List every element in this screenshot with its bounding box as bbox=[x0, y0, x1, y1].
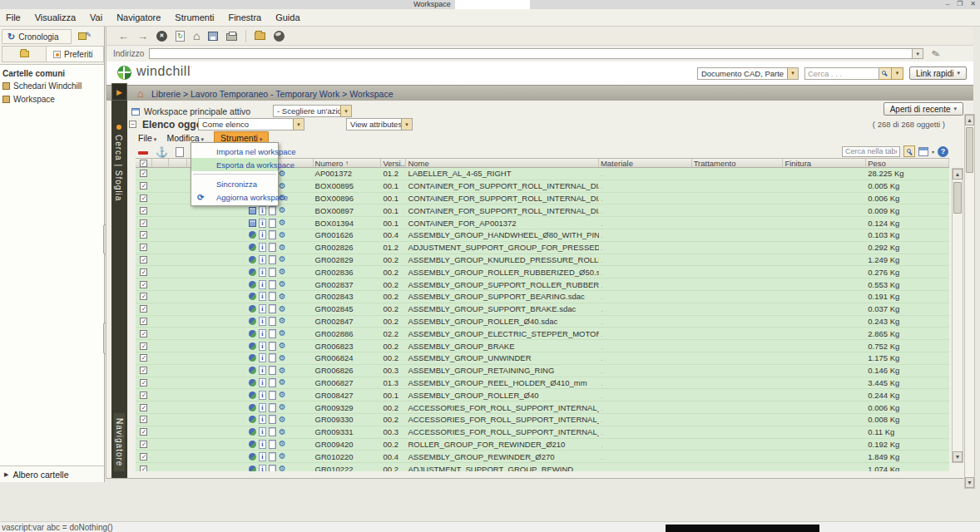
numero-cell[interactable]: BOX01394 bbox=[314, 217, 382, 229]
actions-icon[interactable]: ⚙ bbox=[279, 170, 286, 178]
copy-icon[interactable] bbox=[269, 268, 276, 277]
info-icon[interactable]: i bbox=[259, 465, 266, 471]
menu-file[interactable]: File bbox=[6, 12, 21, 22]
actions-icon[interactable]: ⚙ bbox=[279, 206, 286, 214]
numero-cell[interactable]: GR002826 bbox=[314, 242, 382, 254]
menu-visualizza[interactable]: Visualizza bbox=[35, 12, 76, 22]
select-all-checkbox[interactable]: ✓ bbox=[140, 160, 147, 167]
nome-cell[interactable]: ASSEMBLY_GROUP_ELECTRIC_STEPPER_MOTOR_4.… bbox=[406, 328, 599, 339]
copy-icon[interactable] bbox=[269, 342, 276, 351]
row-checkbox[interactable]: ✓ bbox=[140, 367, 147, 374]
row-checkbox[interactable]: ✓ bbox=[140, 453, 147, 461]
help-icon[interactable]: ? bbox=[938, 146, 948, 157]
copy-icon[interactable] bbox=[269, 415, 276, 424]
close-icon[interactable]: ✕ bbox=[970, 0, 976, 7]
scroll-up-icon[interactable]: ▲ bbox=[953, 169, 963, 180]
row-checkbox[interactable]: ✓ bbox=[140, 219, 147, 227]
recently-opened-button[interactable]: Aperti di recente ▾ bbox=[883, 102, 963, 116]
row-checkbox[interactable]: ✓ bbox=[140, 318, 147, 325]
remove-icon[interactable] bbox=[138, 151, 148, 155]
address-dropdown-icon[interactable]: ▾ bbox=[913, 48, 923, 59]
nome-cell[interactable]: LABELLER_AL_4-65_RIGHT bbox=[406, 168, 599, 180]
numero-cell[interactable]: GR002836 bbox=[314, 266, 382, 278]
breadcrumb-part[interactable]: Workspace bbox=[349, 89, 393, 99]
numero-cell[interactable]: GR006824 bbox=[314, 352, 382, 364]
nome-cell[interactable]: ASSEMBLY_GROUP_KNURLED_PRESSURE_ROLLER_Ø… bbox=[406, 254, 599, 266]
copy-icon[interactable] bbox=[269, 243, 276, 252]
table-search-icon[interactable] bbox=[903, 145, 915, 157]
row-checkbox[interactable]: ✓ bbox=[140, 256, 147, 264]
nome-cell[interactable]: ASSEMBLY_GROUP_ROLLER_RUBBERIZED_Ø50.sda… bbox=[406, 266, 599, 278]
table-row[interactable]: ✓ i ⚙ GR002845 00.2 ASSEMBLY_GROUP_SUPPO… bbox=[136, 303, 949, 316]
table-row[interactable]: ✓ i ⚙ GR002826 01.2 ADJUSTMENT_SUPPORT_G… bbox=[136, 242, 949, 254]
nome-cell[interactable]: CONTAINER_FOR_SUPPORT_ROLL_INTERNAL_DIA_… bbox=[406, 180, 599, 192]
row-checkbox[interactable]: ✓ bbox=[140, 428, 147, 436]
table-row[interactable]: ✓ i ⚙ GR002843 00.2 ASSEMBLY_GROUP_SUPPO… bbox=[136, 291, 949, 303]
actions-icon[interactable]: ⚙ bbox=[279, 342, 286, 350]
forward-icon[interactable]: → bbox=[137, 31, 148, 42]
copy-icon[interactable] bbox=[269, 219, 276, 228]
table-row[interactable]: ✓ i ⚙ GR008427 00.1 ASSEMBLY_GROUP_ROLLE… bbox=[136, 389, 949, 401]
info-icon[interactable]: i bbox=[259, 255, 266, 264]
numero-cell[interactable]: GR010222 bbox=[314, 463, 382, 471]
numero-cell[interactable]: GR010220 bbox=[314, 451, 382, 462]
breadcrumb-part[interactable]: Lavoro Temporaneo - Temporary Work bbox=[191, 89, 339, 99]
numero-cell[interactable]: GR002845 bbox=[314, 303, 382, 315]
scrollbar-thumb[interactable] bbox=[966, 127, 973, 173]
numero-cell[interactable]: BOX00895 bbox=[314, 180, 382, 192]
numero-cell[interactable]: GR002837 bbox=[314, 278, 382, 290]
info-icon[interactable]: i bbox=[259, 403, 266, 412]
actions-icon[interactable]: ⚙ bbox=[279, 244, 286, 252]
numero-cell[interactable]: GR002843 bbox=[314, 291, 382, 303]
column-versione[interactable]: Versi... bbox=[381, 159, 406, 167]
numero-cell[interactable]: GR002886 bbox=[314, 328, 382, 339]
nome-cell[interactable]: CONTAINER_FOR_AP001372 bbox=[406, 217, 599, 229]
row-checkbox[interactable]: ✓ bbox=[140, 466, 147, 471]
menu-guida[interactable]: Guida bbox=[275, 12, 299, 22]
numero-cell[interactable]: GR008427 bbox=[314, 389, 382, 401]
nome-cell[interactable]: CONTAINER_FOR_SUPPORT_ROLL_INTERNAL_DIA_… bbox=[406, 204, 599, 216]
info-icon[interactable]: i bbox=[259, 304, 266, 313]
copy-icon[interactable] bbox=[269, 403, 276, 412]
home-icon[interactable]: ⌂ bbox=[193, 29, 200, 42]
nome-cell[interactable]: ADJUSTMENT_SUPPORT_GROUP_FOR_PRESSED_PLA… bbox=[406, 242, 599, 254]
info-icon[interactable]: i bbox=[259, 415, 266, 424]
row-checkbox[interactable]: ✓ bbox=[140, 195, 147, 202]
numero-cell[interactable]: BOX00896 bbox=[314, 193, 382, 204]
menu-navigatore[interactable]: Navigatore bbox=[116, 12, 161, 22]
row-checkbox[interactable]: ✓ bbox=[140, 404, 147, 411]
anchor-icon[interactable]: ⚓ bbox=[156, 147, 168, 157]
nome-cell[interactable]: ASSEMBLY_GROUP_ROLLER_Ø40 bbox=[406, 389, 599, 401]
page-scrollbar[interactable]: ▲ ▼ bbox=[964, 114, 975, 489]
menu-file[interactable]: File bbox=[138, 133, 156, 143]
tab-folders[interactable] bbox=[2, 46, 47, 62]
actions-icon[interactable]: ⚙ bbox=[279, 403, 286, 411]
menu-strumenti[interactable]: Strumenti bbox=[175, 12, 214, 22]
info-icon[interactable]: i bbox=[259, 268, 266, 277]
search-options-icon[interactable]: ▾ bbox=[892, 67, 903, 80]
column-numero[interactable]: Numero ↑ bbox=[314, 159, 382, 167]
nome-cell[interactable]: ASSEMBLY_GROUP_HANDWHEEL_Ø80_WITH_PIN.sd… bbox=[406, 229, 599, 241]
info-icon[interactable]: i bbox=[259, 206, 266, 215]
actions-icon[interactable]: ⚙ bbox=[279, 305, 286, 313]
save-icon[interactable] bbox=[208, 32, 218, 41]
open-folder-icon[interactable] bbox=[255, 32, 265, 40]
nome-cell[interactable]: ACCESSORIES_FOR_ROLL_SUPPORT_INTERNAL_DI… bbox=[406, 426, 599, 438]
actions-icon[interactable]: ⚙ bbox=[279, 219, 286, 227]
info-icon[interactable]: i bbox=[259, 378, 266, 387]
table-row[interactable]: ✓ i ⚙ GR009329 00.2 ACCESSORIES_FOR_ROLL… bbox=[136, 401, 949, 414]
copy-icon[interactable] bbox=[269, 292, 276, 301]
menu-item[interactable]: Esporta da workspace bbox=[191, 158, 278, 171]
column-peso[interactable]: Peso bbox=[866, 159, 949, 167]
nome-cell[interactable]: ROLLER_GROUP_FOR_REWINDER_Ø210 bbox=[406, 439, 599, 451]
table-row[interactable]: ✓ i ⚙ GR002829 00.2 ASSEMBLY_GROUP_KNURL… bbox=[136, 254, 949, 267]
table-row[interactable]: ✓ i ⚙ GR002847 00.2 ASSEMBLY_GROUP_ROLLE… bbox=[136, 316, 949, 328]
numero-cell[interactable]: GR009420 bbox=[314, 439, 382, 451]
row-checkbox[interactable]: ✓ bbox=[140, 441, 147, 448]
row-checkbox[interactable]: ✓ bbox=[140, 354, 147, 362]
numero-cell[interactable]: GR006823 bbox=[314, 340, 382, 352]
row-checkbox[interactable]: ✓ bbox=[140, 416, 147, 423]
nome-cell[interactable]: ASSEMBLY_GROUP_SUPPORT_ROLLER_RUBBERIZED… bbox=[406, 278, 599, 290]
home-icon[interactable]: ⌂ bbox=[137, 87, 144, 100]
table-row[interactable]: ✓ i ⚙ BOX01394 00.1 CONTAINER_FOR_AP0013… bbox=[136, 217, 949, 229]
